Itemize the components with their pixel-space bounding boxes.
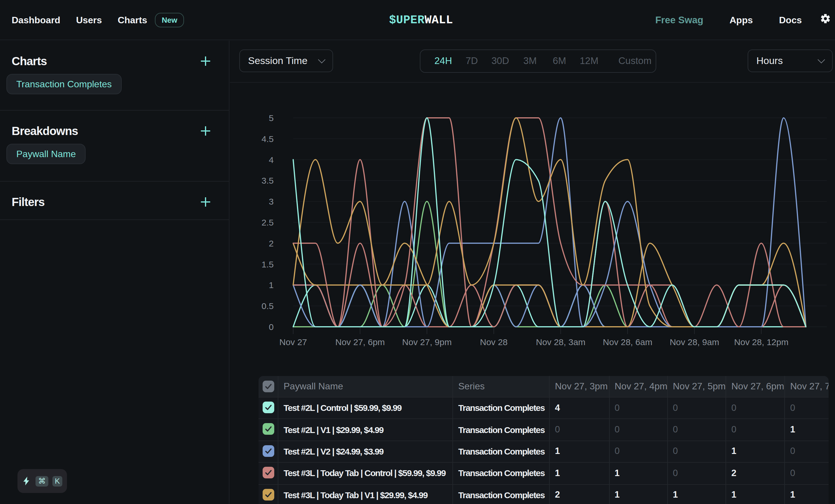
svg-text:3: 3 — [269, 197, 274, 206]
svg-text:Nov 28, 6am: Nov 28, 6am — [603, 337, 652, 347]
svg-text:Nov 28, 3am: Nov 28, 3am — [536, 337, 586, 347]
svg-text:4: 4 — [269, 155, 274, 165]
svg-text:1: 1 — [269, 280, 274, 290]
svg-text:0: 0 — [269, 322, 274, 332]
svg-text:0.5: 0.5 — [262, 301, 274, 311]
svg-text:4.5: 4.5 — [262, 134, 274, 144]
svg-text:Nov 28, 9am: Nov 28, 9am — [670, 337, 719, 347]
svg-text:5: 5 — [269, 113, 274, 123]
svg-text:Nov 27, 9pm: Nov 27, 9pm — [402, 337, 452, 347]
svg-text:2.5: 2.5 — [262, 218, 274, 227]
svg-text:1.5: 1.5 — [262, 259, 274, 269]
svg-text:2: 2 — [269, 238, 274, 248]
svg-text:3.5: 3.5 — [262, 176, 274, 185]
svg-text:Nov 28: Nov 28 — [480, 337, 507, 347]
svg-text:Nov 27, 6pm: Nov 27, 6pm — [335, 337, 385, 347]
svg-text:Nov 28, 12pm: Nov 28, 12pm — [734, 337, 789, 347]
svg-text:Nov 27: Nov 27 — [279, 337, 307, 347]
